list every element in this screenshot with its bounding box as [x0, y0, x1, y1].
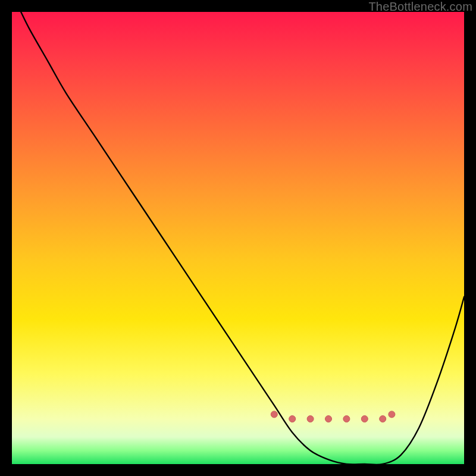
plot-frame [12, 12, 464, 464]
valley-marker [271, 411, 277, 418]
bottleneck-curve [21, 12, 464, 465]
valley-marker [325, 416, 332, 422]
valley-markers [271, 411, 395, 422]
valley-marker [343, 416, 350, 422]
valley-marker [389, 411, 395, 418]
bottleneck-chart [12, 12, 464, 464]
watermark-text: TheBottleneck.com [368, 0, 472, 14]
valley-marker [289, 416, 296, 422]
valley-marker [380, 416, 386, 422]
valley-marker [307, 416, 314, 422]
valley-marker [361, 416, 368, 422]
